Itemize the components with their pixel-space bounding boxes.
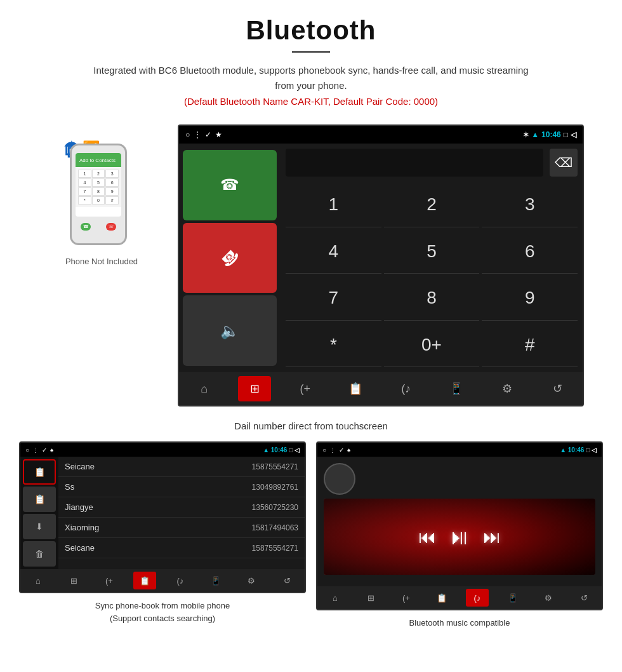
music-nav-music[interactable]: (♪ — [466, 589, 489, 607]
contact-number: 13560725230 — [252, 503, 298, 512]
list-item[interactable]: Seicane 15875554271 — [58, 457, 305, 477]
nav-home[interactable]: ⌂ — [188, 376, 221, 401]
mini-nav-music[interactable]: (♪ — [169, 572, 192, 589]
dial-key-star[interactable]: * — [286, 323, 381, 368]
next-track-button[interactable]: ⏭ — [483, 527, 501, 548]
mini-nav-call[interactable]: (+ — [98, 572, 121, 589]
dial-key-1[interactable]: 1 — [286, 183, 381, 227]
cs-back-icon: ◁ — [294, 447, 300, 454]
list-item[interactable]: Seicane 15875554271 — [58, 538, 305, 558]
phone-key: 9 — [105, 187, 119, 196]
end-call-button[interactable]: ☎ — [183, 223, 277, 293]
dial-key-hash[interactable]: # — [482, 323, 578, 368]
nav-back[interactable]: ↺ — [541, 376, 574, 401]
phone-end-btn: ☏ — [106, 223, 116, 231]
list-item[interactable]: Ss 13049892761 — [58, 477, 305, 497]
mini-nav-dialpad[interactable]: ⊞ — [62, 572, 85, 589]
dial-key-5[interactable]: 5 — [384, 230, 480, 274]
phone-key: 3 — [105, 170, 119, 178]
nav-dialpad[interactable]: ⊞ — [238, 376, 271, 401]
back-icon: ◁ — [571, 130, 576, 139]
cs-check-icon: ✓ — [42, 447, 47, 454]
music-nav-contacts[interactable]: 📋 — [430, 589, 453, 607]
status-icons-right: ✶ ▲ 10:46 □ ◁ — [523, 130, 576, 139]
music-nav-dialpad[interactable]: ⊞ — [359, 589, 382, 607]
contact-sidebar-btn-1[interactable]: 📋 — [23, 459, 56, 485]
usb-icon: ★ — [215, 130, 222, 139]
nav-music[interactable]: (♪ — [390, 376, 423, 401]
music-nav-settings[interactable]: ⚙ — [537, 589, 560, 607]
play-pause-button[interactable]: ⏯ — [449, 525, 470, 549]
nav-settings[interactable]: ⚙ — [491, 376, 524, 401]
mini-nav-home[interactable]: ⌂ — [27, 572, 50, 589]
dial-key-6[interactable]: 6 — [482, 230, 578, 274]
music-nav-home[interactable]: ⌂ — [324, 589, 347, 607]
contact-number: 15875554271 — [252, 462, 298, 471]
phone-key: 7 — [78, 187, 91, 196]
contacts-time: 10:46 — [271, 447, 288, 454]
backspace-button[interactable]: ⌫ — [550, 149, 578, 177]
dial-key-9[interactable]: 9 — [482, 276, 578, 321]
contacts-caption-line2: (Support contacts searching) — [110, 614, 215, 623]
dial-screen-container: ○ ⋮ ✓ ★ ✶ ▲ 10:46 □ ◁ ☎ — [178, 124, 584, 407]
contact-name: Xiaoming — [65, 523, 99, 532]
list-item[interactable]: Xiaoming 15817494063 — [58, 518, 305, 538]
dial-pad-right: ⌫ 1 2 3 4 5 6 7 8 9 * — [281, 144, 583, 372]
phone-key: 2 — [92, 170, 105, 178]
music-knob — [324, 463, 355, 495]
subtitle-text: Integrated with BC6 Bluetooth module, su… — [89, 63, 533, 93]
mini-nav-contacts[interactable]: 📋 — [133, 572, 156, 589]
wifi-status-icon: ▲ — [531, 130, 539, 139]
prev-track-button[interactable]: ⏮ — [418, 527, 436, 548]
phone-keypad: 1 2 3 4 5 6 7 8 9 * 0 # — [76, 167, 121, 207]
dial-key-2[interactable]: 2 — [384, 183, 480, 227]
contact-number: 15875554271 — [252, 544, 298, 553]
contact-sidebar-btn-2[interactable]: 📋 — [23, 487, 56, 512]
cs-circle-icon: ○ — [25, 447, 29, 454]
contacts-nav-bar: ⌂ ⊞ (+ 📋 (♪ 📱 ⚙ ↺ — [20, 569, 305, 592]
list-item[interactable]: Jiangye 13560725230 — [58, 497, 305, 518]
contact-sidebar-btn-4[interactable]: 🗑 — [23, 541, 56, 567]
bluetooth-status-icon: ✶ — [523, 131, 529, 139]
phone-key: 6 — [105, 178, 119, 187]
cs-usb-icon: ♠ — [50, 447, 53, 454]
phone-screen: Add to Contacts 1 2 3 4 5 6 7 8 9 * 0 — [76, 153, 121, 217]
contact-name: Ss — [65, 482, 74, 492]
nav-phone[interactable]: 📱 — [440, 376, 473, 401]
contact-name: Seicane — [65, 462, 95, 471]
music-status-bar: ○ ⋮ ✓ ♠ ▲ 10:46 □ ◁ — [317, 443, 602, 457]
bluetooth-info-text: (Default Bluetooth Name CAR-KIT, Default… — [0, 96, 622, 107]
contacts-container: 📋 📋 ⬇ 🗑 Seicane 15875554271 Ss 130498927… — [20, 457, 305, 569]
dial-key-7[interactable]: 7 — [286, 276, 381, 321]
dial-key-0[interactable]: 0+ — [384, 323, 480, 368]
phone-key: * — [78, 196, 91, 205]
nav-call[interactable]: (+ — [289, 376, 322, 401]
dial-key-8[interactable]: 8 — [384, 276, 480, 321]
phone-key: 8 — [92, 187, 105, 196]
music-nav-back[interactable]: ↺ — [572, 589, 595, 607]
contact-number: 15817494063 — [252, 523, 298, 532]
phone-side: ☂ 📶 ⧉ Add to Contacts 1 2 3 4 5 6 — [38, 124, 165, 266]
add-contacts-label: Add to Contacts — [79, 158, 116, 163]
phone-call-btn: ☎ — [81, 223, 91, 231]
music-nav-phone[interactable]: 📱 — [501, 589, 524, 607]
mini-nav-settings[interactable]: ⚙ — [240, 572, 263, 589]
call-button[interactable]: ☎ — [183, 150, 277, 220]
nav-contacts[interactable]: 📋 — [339, 376, 372, 401]
music-status-left: ○ ⋮ ✓ ♠ — [322, 447, 350, 454]
status-time: 10:46 — [541, 130, 561, 139]
phone-not-included-label: Phone Not Included — [65, 257, 138, 266]
contact-sidebar-btn-3[interactable]: ⬇ — [23, 514, 56, 539]
dial-key-3[interactable]: 3 — [482, 183, 578, 227]
volume-button[interactable]: 🔈 — [183, 295, 277, 366]
contacts-status-bar: ○ ⋮ ✓ ♠ ▲ 10:46 □ ◁ — [20, 443, 305, 457]
mini-nav-back[interactable]: ↺ — [275, 572, 298, 589]
contact-name: Seicane — [65, 543, 95, 553]
contact-name: Jiangye — [65, 502, 93, 512]
music-time: 10:46 — [568, 447, 585, 454]
music-player-container: ⏮ ⏯ ⏭ — [317, 457, 602, 586]
mini-nav-phone[interactable]: 📱 — [204, 572, 227, 589]
dial-key-4[interactable]: 4 — [286, 230, 381, 274]
phone-key: 1 — [78, 170, 91, 178]
music-nav-call[interactable]: (+ — [395, 589, 418, 607]
